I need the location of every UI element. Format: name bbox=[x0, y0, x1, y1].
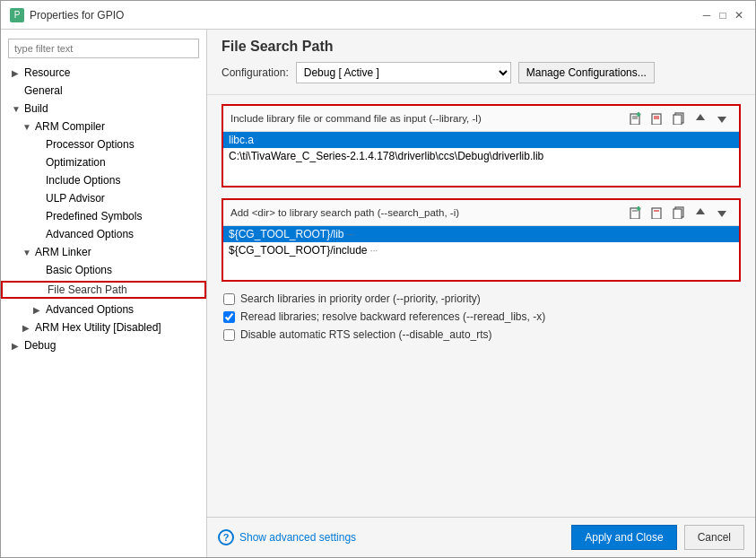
title-bar: P Properties for GPIO ─ □ ✕ bbox=[1, 1, 755, 30]
search-path-copy-button[interactable] bbox=[669, 204, 689, 222]
priority-checkbox[interactable] bbox=[223, 293, 235, 305]
search-path-section: Add <dir> to library search path (--sear… bbox=[222, 198, 741, 282]
search-path-move-up-button[interactable] bbox=[691, 204, 710, 222]
sidebar-item-label: Build bbox=[22, 102, 48, 115]
sidebar-item-debug[interactable]: ▶ Debug bbox=[1, 336, 206, 354]
sidebar-item-include-options[interactable]: Include Options bbox=[1, 171, 206, 189]
sidebar-item-advanced-options-compiler[interactable]: Advanced Options bbox=[1, 225, 206, 243]
sidebar-item-label: Processor Options bbox=[44, 138, 135, 151]
svg-rect-19 bbox=[673, 209, 682, 219]
library-delete-button[interactable] bbox=[647, 109, 667, 127]
sidebar-item-label: General bbox=[22, 84, 63, 97]
reread-label: Reread libraries; resolve backward refer… bbox=[240, 310, 545, 323]
list-item[interactable]: ${CG_TOOL_ROOT}/lib ··· bbox=[223, 226, 739, 242]
svg-marker-21 bbox=[717, 211, 726, 217]
panel-header: File Search Path Configuration: Debug [ … bbox=[207, 30, 755, 95]
sidebar-item-label: ARM Compiler bbox=[33, 120, 105, 133]
sidebar-item-general[interactable]: General bbox=[1, 82, 206, 100]
filter-box bbox=[1, 33, 206, 64]
cancel-button[interactable]: Cancel bbox=[684, 525, 744, 550]
sidebar-item-resource[interactable]: ▶ Resource bbox=[1, 64, 206, 82]
expand-icon: ▼ bbox=[12, 104, 22, 114]
list-item[interactable]: libc.a bbox=[223, 132, 739, 148]
search-path-section-label: Add <dir> to library search path (--sear… bbox=[230, 207, 459, 218]
priority-label: Search libraries in priority order (--pr… bbox=[240, 292, 481, 305]
sidebar-item-processor-options[interactable]: Processor Options bbox=[1, 135, 206, 153]
sidebar-item-build[interactable]: ▼ Build bbox=[1, 100, 206, 118]
window-icon: P bbox=[10, 8, 24, 22]
window-title: Properties for GPIO bbox=[30, 9, 124, 22]
right-panel: File Search Path Configuration: Debug [ … bbox=[207, 30, 755, 557]
library-section: Include library file or command file as … bbox=[222, 104, 741, 187]
svg-marker-11 bbox=[717, 117, 726, 123]
search-path-move-down-button[interactable] bbox=[712, 204, 732, 222]
sidebar-item-label: Basic Options bbox=[44, 264, 112, 276]
maximize-button[interactable]: □ bbox=[716, 8, 730, 22]
properties-window: P Properties for GPIO ─ □ ✕ ▶ Resource bbox=[0, 0, 756, 558]
sidebar-item-label: Advanced Options bbox=[44, 228, 134, 240]
expand-icon: ▶ bbox=[33, 305, 44, 315]
main-content: ▶ Resource General ▼ Build ▼ ARM bbox=[1, 30, 755, 557]
sidebar-item-ulp-advisor[interactable]: ULP Advisor bbox=[1, 189, 206, 207]
help-icon[interactable]: ? bbox=[218, 529, 234, 545]
reread-checkbox-row: Reread libraries; resolve backward refer… bbox=[222, 310, 741, 323]
sidebar-item-label: Include Options bbox=[44, 174, 120, 187]
library-move-up-button[interactable] bbox=[691, 109, 710, 127]
library-copy-button[interactable] bbox=[669, 109, 689, 127]
svg-marker-20 bbox=[696, 208, 705, 214]
library-section-header: Include library file or command file as … bbox=[223, 106, 739, 132]
sidebar-item-arm-hex-utility[interactable]: ▶ ARM Hex Utility [Disabled] bbox=[1, 318, 206, 336]
expand-icon: ▶ bbox=[12, 341, 22, 351]
sidebar-item-label: Debug bbox=[22, 339, 56, 352]
sidebar-item-predefined-symbols[interactable]: Predefined Symbols bbox=[1, 207, 206, 225]
search-path-delete-button[interactable] bbox=[647, 204, 667, 222]
disable-rts-label: Disable automatic RTS selection (--disab… bbox=[240, 328, 492, 341]
library-toolbar bbox=[626, 109, 732, 127]
title-bar-left: P Properties for GPIO bbox=[10, 8, 124, 22]
library-move-down-button[interactable] bbox=[712, 109, 732, 127]
close-button[interactable]: ✕ bbox=[732, 8, 746, 22]
library-add-file-button[interactable] bbox=[626, 109, 646, 127]
reread-checkbox[interactable] bbox=[223, 311, 235, 323]
disable-rts-checkbox-row: Disable automatic RTS selection (--disab… bbox=[222, 328, 741, 341]
window-controls: ─ □ ✕ bbox=[700, 8, 746, 22]
expand-icon: ▼ bbox=[22, 122, 33, 132]
apply-and-close-button[interactable]: Apply and Close bbox=[571, 525, 676, 550]
sidebar-item-basic-options[interactable]: Basic Options bbox=[1, 261, 206, 279]
sidebar-item-label: Optimization bbox=[44, 156, 106, 169]
list-item[interactable]: ${CG_TOOL_ROOT}/include ··· bbox=[223, 242, 739, 258]
search-path-add-button[interactable] bbox=[626, 204, 646, 222]
panel-title: File Search Path bbox=[222, 39, 741, 55]
sidebar-item-arm-compiler[interactable]: ▼ ARM Compiler bbox=[1, 118, 206, 135]
svg-rect-9 bbox=[673, 115, 682, 125]
bottom-bar: ? Show advanced settings Apply and Close… bbox=[207, 517, 755, 557]
config-select[interactable]: Debug [ Active ] bbox=[296, 62, 511, 83]
sidebar-item-optimization[interactable]: Optimization bbox=[1, 153, 206, 171]
sidebar-item-arm-linker[interactable]: ▼ ARM Linker bbox=[1, 243, 206, 261]
svg-rect-5 bbox=[652, 114, 661, 125]
sidebar-item-label: Resource bbox=[22, 66, 70, 79]
sidebar-item-label: File Search Path bbox=[46, 283, 127, 296]
bottom-left: ? Show advanced settings bbox=[218, 529, 356, 545]
filter-input[interactable] bbox=[8, 39, 199, 58]
sidebar-item-advanced-options-linker[interactable]: ▶ Advanced Options bbox=[1, 301, 206, 318]
sidebar-item-label: Advanced Options bbox=[44, 303, 134, 316]
library-section-label: Include library file or command file as … bbox=[230, 113, 482, 124]
sidebar: ▶ Resource General ▼ Build ▼ ARM bbox=[1, 30, 207, 557]
expand-icon: ▶ bbox=[12, 68, 22, 78]
sidebar-item-file-search-path[interactable]: File Search Path bbox=[1, 279, 206, 301]
priority-checkbox-row: Search libraries in priority order (--pr… bbox=[222, 292, 741, 305]
expand-icon: ▼ bbox=[22, 248, 33, 257]
sidebar-item-label: Predefined Symbols bbox=[44, 210, 142, 222]
list-item[interactable]: C:\ti\TivaWare_C_Series-2.1.4.178\driver… bbox=[223, 148, 739, 164]
svg-rect-16 bbox=[652, 208, 661, 219]
search-path-section-header: Add <dir> to library search path (--sear… bbox=[223, 200, 739, 226]
svg-marker-10 bbox=[696, 114, 705, 120]
expand-icon: ▶ bbox=[22, 323, 33, 333]
minimize-button[interactable]: ─ bbox=[700, 8, 714, 22]
manage-configurations-button[interactable]: Manage Configurations... bbox=[518, 62, 655, 83]
show-advanced-settings-link[interactable]: Show advanced settings bbox=[239, 531, 356, 544]
sidebar-item-label: ARM Linker bbox=[33, 246, 91, 258]
search-path-list: ${CG_TOOL_ROOT}/lib ··· ${CG_TOOL_ROOT}/… bbox=[223, 226, 739, 280]
disable-rts-checkbox[interactable] bbox=[223, 329, 235, 341]
